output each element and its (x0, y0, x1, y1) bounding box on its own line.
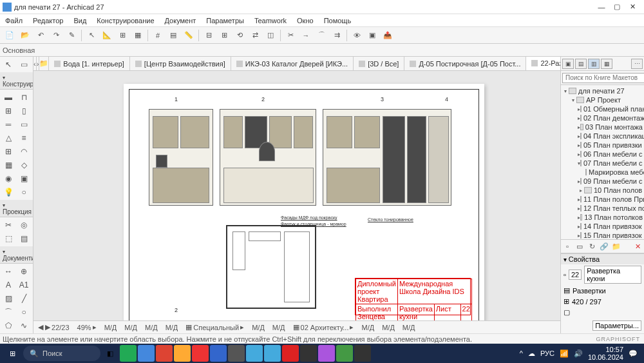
tree-item[interactable]: ▾для печати 27 (561, 86, 644, 95)
tree-item[interactable]: ▸15 План привязок осветительно (561, 231, 644, 239)
maximize-button[interactable]: ▢ (613, 3, 621, 11)
tab-4[interactable]: Д-05 Постирочная [Д-05 Пост... (404, 57, 526, 70)
arc-tool[interactable]: ⌒ (1, 306, 15, 319)
md-6[interactable]: М/Д (270, 324, 287, 331)
snap-icon[interactable]: ⊞ (115, 28, 129, 43)
grid2-icon[interactable]: # (151, 28, 165, 43)
undo-icon[interactable]: ↶ (33, 28, 48, 43)
mesh-tool[interactable]: ⊞ (1, 145, 15, 158)
redo-icon[interactable]: ↷ (49, 28, 63, 43)
tray-lang[interactable]: РУС (540, 349, 554, 357)
expand-icon[interactable]: ▸ (578, 188, 584, 193)
arch-set[interactable]: ▦ 02 Архитекту... ▸ (291, 323, 356, 331)
tree-item[interactable]: ▸11 План полов Приложение 1. (561, 195, 644, 204)
task-view-icon[interactable]: ◧ (102, 345, 118, 362)
nav-tab-project[interactable]: ▣ (562, 59, 574, 69)
fill-tool[interactable]: ▨ (1, 292, 15, 305)
new-master-icon[interactable]: ▭ (574, 241, 585, 251)
md-1[interactable]: М/Д (102, 324, 119, 331)
tree-item[interactable]: ▸10 План полов (561, 186, 644, 195)
taskbar-search[interactable]: 🔍 Поиск (23, 346, 100, 361)
arrow-icon[interactable]: ↖ (84, 28, 99, 43)
tab-3[interactable]: [3D / Все] (354, 57, 404, 70)
tab-2[interactable]: ИКЭ-03 Каталог Дверей [ИКЭ... (231, 57, 354, 70)
dist-icon[interactable]: ⊞ (217, 28, 231, 43)
menu-document[interactable]: Документ (162, 15, 199, 26)
minimize-button[interactable]: — (598, 3, 605, 11)
detail-tool[interactable]: ◎ (17, 219, 31, 231)
app-icon-8[interactable] (246, 345, 263, 362)
close-button[interactable]: ✕ (629, 3, 636, 11)
tree-item[interactable]: ▸05 План привязки мебели (561, 141, 644, 150)
window-tool[interactable]: ⊞ (1, 104, 15, 117)
app-icon-11[interactable] (300, 345, 317, 362)
tab-5[interactable]: 22-Развертка кухни× (526, 57, 560, 70)
link-icon[interactable]: 🔗 (599, 241, 609, 251)
publish-icon[interactable]: 📤 (381, 28, 395, 43)
layers-icon[interactable]: ▤ (166, 28, 180, 43)
app-icon-9[interactable] (264, 345, 281, 362)
folder-icon[interactable]: 📁 (611, 241, 621, 251)
extend-icon[interactable]: → (299, 28, 313, 43)
curtain-tool[interactable]: ▦ (1, 159, 15, 172)
lamp-tool[interactable]: 💡 (1, 186, 15, 199)
props-name[interactable]: Развертка кухни (584, 266, 641, 284)
section-icon[interactable]: ▣ (365, 28, 379, 43)
start-button[interactable]: ⊞ (3, 345, 22, 362)
delete-icon[interactable]: ✕ (632, 241, 643, 251)
wall-tool[interactable]: ▬ (1, 91, 15, 104)
slab-tool[interactable]: ▭ (17, 118, 31, 131)
expand-icon[interactable]: ▾ (570, 97, 576, 103)
zoom[interactable]: 49% ▸ (75, 323, 99, 331)
rotate-icon[interactable]: ⟲ (232, 28, 247, 43)
tray-notif-icon[interactable]: 💬 (629, 349, 638, 358)
3d-icon[interactable]: ◫ (263, 28, 278, 43)
offset-icon[interactable]: ⇉ (330, 28, 344, 43)
text-tool[interactable]: A (1, 279, 15, 291)
menu-design[interactable]: Конструирование (94, 15, 156, 26)
open-icon[interactable]: 📂 (18, 28, 32, 43)
app-icon-6[interactable] (210, 345, 227, 362)
params-button[interactable]: Параметры... (592, 320, 641, 331)
tree-item[interactable]: ▸12 План теплых полов (561, 204, 644, 213)
tray-cloud-icon[interactable]: ☁ (528, 349, 535, 358)
menu-teamwork[interactable]: Teamwork (252, 15, 289, 26)
md-7[interactable]: М/Д (359, 324, 376, 331)
tree-item[interactable]: ▸02 План демонтажа (561, 113, 644, 123)
object-tool[interactable]: ◉ (1, 172, 15, 185)
worksheet-tool[interactable]: ▤ (17, 232, 31, 245)
section-design[interactable]: Конструиров (0, 72, 33, 90)
md-3[interactable]: М/Д (143, 324, 160, 331)
tree-item[interactable]: ▸13 План потолков (561, 213, 644, 222)
elev-tool[interactable]: ⬚ (1, 232, 15, 245)
door-tool[interactable]: ⊓ (17, 91, 31, 104)
tray-wifi-icon[interactable]: 📶 (560, 349, 569, 358)
tree-item[interactable]: ▸06 План мебели с маркировкой (561, 150, 644, 159)
fillet-icon[interactable]: ⌒ (314, 28, 328, 43)
nav-tab-view[interactable]: ▤ (575, 59, 587, 69)
md-8[interactable]: М/Д (380, 324, 397, 331)
zone-tool[interactable]: ▣ (17, 172, 31, 185)
new-layout-icon[interactable]: ▫ (562, 241, 573, 251)
tree-item[interactable]: ▾07 План мебели с маркировкой (561, 159, 644, 168)
opening-tool[interactable]: ○ (17, 186, 31, 199)
marquee-tool[interactable]: ▭ (17, 58, 31, 71)
tab-0[interactable]: Вода [1. интерьер] (49, 57, 129, 70)
page-nav[interactable]: ◀ ▶ 22/23 (36, 323, 71, 331)
drawing-canvas[interactable]: 1 2 2 3 4 (33, 71, 560, 320)
section-projection[interactable]: Проекция (0, 200, 33, 217)
tree-item[interactable]: Маркировка мебели (1/2) (561, 168, 644, 177)
poly-tool[interactable]: ⬠ (1, 319, 15, 332)
pen-set[interactable]: ▦ Специальный ▸ (184, 323, 246, 331)
align-icon[interactable]: ⊟ (202, 28, 216, 43)
morph-tool[interactable]: ◇ (17, 159, 31, 172)
app-icon-5[interactable] (192, 345, 209, 362)
app-icon-3[interactable] (156, 345, 173, 362)
menu-view[interactable]: Вид (71, 15, 89, 26)
mirror-icon[interactable]: ⇄ (248, 28, 262, 43)
roof-tool[interactable]: △ (1, 132, 15, 144)
arrow-tool[interactable]: ↖ (1, 58, 15, 71)
tree-item[interactable]: ▸09 План мебели с маркировкой (561, 177, 644, 186)
tree-item[interactable]: ▸04 План экспликации помещени (561, 132, 644, 141)
tree-item[interactable]: ▸14 План привязок осветительно (561, 222, 644, 231)
